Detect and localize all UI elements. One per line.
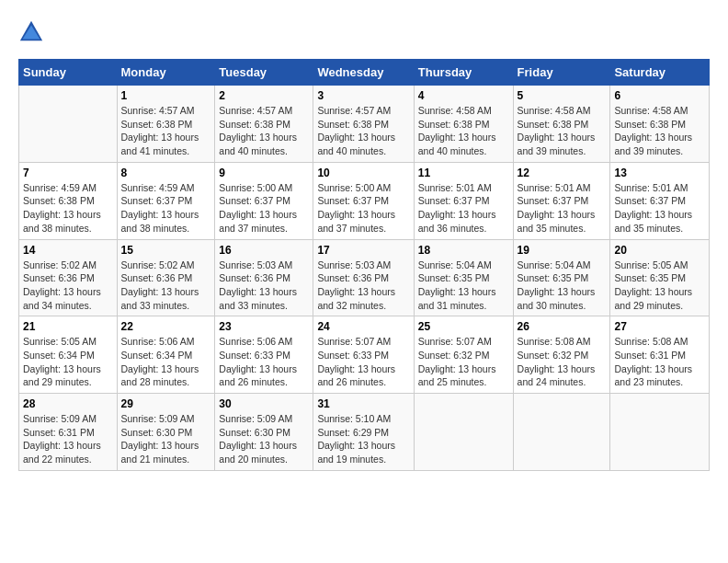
day-cell: 18Sunrise: 5:04 AMSunset: 6:35 PMDayligh… [414, 239, 513, 316]
day-info: Sunrise: 5:04 AMSunset: 6:35 PMDaylight:… [418, 259, 509, 313]
day-info: Sunrise: 4:57 AMSunset: 6:38 PMDaylight:… [317, 104, 409, 158]
day-number: 11 [418, 167, 509, 179]
day-info: Sunrise: 4:58 AMSunset: 6:38 PMDaylight:… [418, 104, 509, 158]
day-info: Sunrise: 5:00 AMSunset: 6:37 PMDaylight:… [317, 181, 409, 236]
col-header-friday: Friday [513, 60, 610, 86]
week-row-0: 1Sunrise: 4:57 AMSunset: 6:38 PMDaylight… [19, 86, 710, 163]
day-info: Sunrise: 5:09 AMSunset: 6:31 PMDaylight:… [23, 412, 113, 466]
day-number: 27 [614, 320, 705, 333]
day-cell: 27Sunrise: 5:08 AMSunset: 6:31 PMDayligh… [610, 316, 710, 394]
day-info: Sunrise: 4:59 AMSunset: 6:37 PMDaylight:… [121, 181, 211, 236]
day-info: Sunrise: 5:03 AMSunset: 6:36 PMDaylight:… [317, 259, 409, 313]
day-info: Sunrise: 5:01 AMSunset: 6:37 PMDaylight:… [418, 181, 509, 236]
day-number: 19 [518, 244, 607, 257]
day-cell: 25Sunrise: 5:07 AMSunset: 6:32 PMDayligh… [414, 316, 513, 394]
day-cell: 1Sunrise: 4:57 AMSunset: 6:38 PMDaylight… [117, 86, 215, 163]
day-cell [19, 86, 118, 163]
day-info: Sunrise: 5:09 AMSunset: 6:30 PMDaylight:… [219, 412, 309, 466]
day-cell: 30Sunrise: 5:09 AMSunset: 6:30 PMDayligh… [215, 394, 313, 471]
day-cell: 26Sunrise: 5:08 AMSunset: 6:32 PMDayligh… [513, 316, 610, 394]
day-info: Sunrise: 5:00 AMSunset: 6:37 PMDaylight:… [219, 181, 309, 236]
day-info: Sunrise: 5:03 AMSunset: 6:36 PMDaylight:… [219, 259, 309, 313]
day-info: Sunrise: 5:01 AMSunset: 6:37 PMDaylight:… [614, 181, 705, 236]
day-number: 25 [418, 320, 509, 333]
col-header-tuesday: Tuesday [215, 60, 313, 86]
day-number: 8 [121, 167, 211, 179]
day-cell: 5Sunrise: 4:58 AMSunset: 6:38 PMDaylight… [513, 86, 610, 163]
day-cell: 10Sunrise: 5:00 AMSunset: 6:37 PMDayligh… [313, 162, 414, 239]
day-info: Sunrise: 5:08 AMSunset: 6:31 PMDaylight:… [614, 335, 705, 389]
day-cell: 11Sunrise: 5:01 AMSunset: 6:37 PMDayligh… [414, 162, 513, 239]
day-number: 9 [219, 167, 309, 179]
day-number: 1 [121, 89, 211, 102]
page-header [18, 18, 710, 44]
day-cell [414, 394, 513, 471]
day-number: 6 [614, 89, 705, 102]
day-number: 18 [418, 244, 509, 257]
day-info: Sunrise: 5:08 AMSunset: 6:32 PMDaylight:… [518, 335, 607, 389]
day-number: 13 [614, 167, 705, 179]
col-header-thursday: Thursday [414, 60, 513, 86]
day-cell: 15Sunrise: 5:02 AMSunset: 6:36 PMDayligh… [117, 239, 215, 316]
day-number: 10 [317, 167, 409, 179]
week-row-4: 28Sunrise: 5:09 AMSunset: 6:31 PMDayligh… [19, 394, 710, 471]
day-number: 20 [614, 244, 705, 257]
day-number: 17 [317, 244, 409, 257]
week-row-2: 14Sunrise: 5:02 AMSunset: 6:36 PMDayligh… [19, 239, 710, 316]
col-header-saturday: Saturday [610, 60, 710, 86]
week-row-3: 21Sunrise: 5:05 AMSunset: 6:34 PMDayligh… [19, 316, 710, 394]
day-cell: 20Sunrise: 5:05 AMSunset: 6:35 PMDayligh… [610, 239, 710, 316]
day-number: 2 [219, 89, 309, 102]
day-info: Sunrise: 4:57 AMSunset: 6:38 PMDaylight:… [121, 104, 211, 158]
day-cell: 9Sunrise: 5:00 AMSunset: 6:37 PMDaylight… [215, 162, 313, 239]
day-number: 21 [23, 320, 113, 333]
day-info: Sunrise: 4:58 AMSunset: 6:38 PMDaylight:… [614, 104, 705, 158]
day-info: Sunrise: 5:07 AMSunset: 6:32 PMDaylight:… [418, 335, 509, 389]
day-cell: 23Sunrise: 5:06 AMSunset: 6:33 PMDayligh… [215, 316, 313, 394]
day-number: 14 [23, 244, 113, 257]
day-number: 12 [518, 167, 607, 179]
day-cell: 19Sunrise: 5:04 AMSunset: 6:35 PMDayligh… [513, 239, 610, 316]
day-info: Sunrise: 5:07 AMSunset: 6:33 PMDaylight:… [317, 335, 409, 389]
day-cell: 21Sunrise: 5:05 AMSunset: 6:34 PMDayligh… [19, 316, 118, 394]
day-number: 7 [23, 167, 113, 179]
day-cell: 7Sunrise: 4:59 AMSunset: 6:38 PMDaylight… [19, 162, 118, 239]
day-cell: 16Sunrise: 5:03 AMSunset: 6:36 PMDayligh… [215, 239, 313, 316]
logo [18, 18, 48, 44]
day-info: Sunrise: 5:10 AMSunset: 6:29 PMDaylight:… [317, 412, 409, 466]
day-cell: 14Sunrise: 5:02 AMSunset: 6:36 PMDayligh… [19, 239, 118, 316]
day-info: Sunrise: 5:04 AMSunset: 6:35 PMDaylight:… [518, 259, 607, 313]
day-cell: 6Sunrise: 4:58 AMSunset: 6:38 PMDaylight… [610, 86, 710, 163]
day-cell: 24Sunrise: 5:07 AMSunset: 6:33 PMDayligh… [313, 316, 414, 394]
day-number: 28 [23, 397, 113, 410]
day-number: 23 [219, 320, 309, 333]
day-number: 16 [219, 244, 309, 257]
day-number: 5 [518, 89, 607, 102]
day-number: 15 [121, 244, 211, 257]
day-info: Sunrise: 5:06 AMSunset: 6:33 PMDaylight:… [219, 335, 309, 389]
day-cell: 2Sunrise: 4:57 AMSunset: 6:38 PMDaylight… [215, 86, 313, 163]
day-cell: 13Sunrise: 5:01 AMSunset: 6:37 PMDayligh… [610, 162, 710, 239]
day-cell: 29Sunrise: 5:09 AMSunset: 6:30 PMDayligh… [117, 394, 215, 471]
day-cell: 31Sunrise: 5:10 AMSunset: 6:29 PMDayligh… [313, 394, 414, 471]
week-row-1: 7Sunrise: 4:59 AMSunset: 6:38 PMDaylight… [19, 162, 710, 239]
col-header-sunday: Sunday [19, 60, 118, 86]
day-info: Sunrise: 5:02 AMSunset: 6:36 PMDaylight:… [23, 259, 113, 313]
day-cell: 4Sunrise: 4:58 AMSunset: 6:38 PMDaylight… [414, 86, 513, 163]
calendar-table: SundayMondayTuesdayWednesdayThursdayFrid… [18, 59, 710, 471]
day-info: Sunrise: 5:06 AMSunset: 6:34 PMDaylight:… [121, 335, 211, 389]
day-cell: 12Sunrise: 5:01 AMSunset: 6:37 PMDayligh… [513, 162, 610, 239]
day-cell: 22Sunrise: 5:06 AMSunset: 6:34 PMDayligh… [117, 316, 215, 394]
day-info: Sunrise: 4:57 AMSunset: 6:38 PMDaylight:… [219, 104, 309, 158]
day-info: Sunrise: 4:58 AMSunset: 6:38 PMDaylight:… [518, 104, 607, 158]
day-number: 26 [518, 320, 607, 333]
day-cell [610, 394, 710, 471]
day-cell: 3Sunrise: 4:57 AMSunset: 6:38 PMDaylight… [313, 86, 414, 163]
day-cell: 17Sunrise: 5:03 AMSunset: 6:36 PMDayligh… [313, 239, 414, 316]
day-info: Sunrise: 5:02 AMSunset: 6:36 PMDaylight:… [121, 259, 211, 313]
day-info: Sunrise: 5:05 AMSunset: 6:34 PMDaylight:… [23, 335, 113, 389]
day-cell: 28Sunrise: 5:09 AMSunset: 6:31 PMDayligh… [19, 394, 118, 471]
day-info: Sunrise: 4:59 AMSunset: 6:38 PMDaylight:… [23, 181, 113, 236]
logo-icon [18, 18, 44, 44]
day-info: Sunrise: 5:01 AMSunset: 6:37 PMDaylight:… [518, 181, 607, 236]
